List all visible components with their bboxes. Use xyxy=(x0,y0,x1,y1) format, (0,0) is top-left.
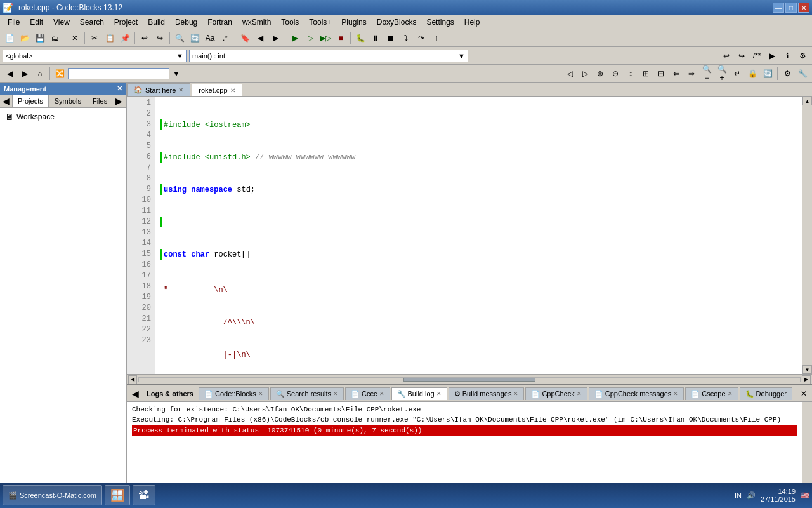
bookmark-next-btn[interactable]: ▶ xyxy=(268,31,282,45)
nav-home-btn[interactable]: ⌂ xyxy=(33,67,47,81)
scroll-up-btn[interactable]: ▲ xyxy=(802,97,812,105)
save-btn[interactable]: 💾 xyxy=(33,31,47,45)
taskbar-screencast[interactable]: 🎬 Screencast-O-Matic.com xyxy=(3,485,102,505)
tab-roket-cpp[interactable]: roket.cpp ✕ xyxy=(192,84,242,96)
scroll-right-btn[interactable]: ▶ xyxy=(802,375,811,384)
search-close[interactable]: ✕ xyxy=(333,391,338,397)
code-editor[interactable]: #include <iostream> #include <unistd.h> … xyxy=(155,97,802,374)
doc-btn[interactable]: /** xyxy=(750,49,764,63)
h-scrollbar[interactable]: ◀ ▶ xyxy=(127,374,812,384)
code-ctrl-btn6[interactable]: ⊞ xyxy=(639,67,653,81)
redo-btn[interactable]: ↪ xyxy=(153,31,167,45)
jump-btn[interactable]: 🔀 xyxy=(53,67,67,81)
copy-btn[interactable]: 📋 xyxy=(103,31,117,45)
cscope-close[interactable]: ✕ xyxy=(728,391,733,397)
match-btn[interactable]: Aa xyxy=(203,31,217,45)
bottom-tab-cppcheck[interactable]: 📄 CppCheck ✕ xyxy=(525,387,587,400)
open-btn[interactable]: 📂 xyxy=(18,31,32,45)
menu-edit[interactable]: Edit xyxy=(25,17,48,28)
step-over-btn[interactable]: ↷ xyxy=(414,31,428,45)
code-ctrl-btn3[interactable]: ⊕ xyxy=(593,67,607,81)
zoom-out-btn[interactable]: 🔍− xyxy=(700,67,714,81)
h-scrollthumb[interactable] xyxy=(403,378,535,382)
menu-doxyblocks[interactable]: DoxyBlocks xyxy=(372,17,422,28)
menu-help[interactable]: Help xyxy=(459,17,485,28)
new-btn[interactable]: 📄 xyxy=(3,31,16,45)
tab-start-here[interactable]: 🏠 Start here ✕ xyxy=(127,83,190,96)
bookmark-btn[interactable]: 🔖 xyxy=(238,31,252,45)
menu-settings[interactable]: Settings xyxy=(421,17,459,28)
cut-btn[interactable]: ✂ xyxy=(88,31,102,45)
sidebar-tab-projects[interactable]: Projects xyxy=(12,95,49,107)
bottom-prev-btn[interactable]: ◀ xyxy=(129,389,141,399)
settings-btn2[interactable]: ⚙ xyxy=(796,49,809,63)
sidebar-tab-files[interactable]: Files xyxy=(87,95,113,107)
workspace-item[interactable]: 🖥 Workspace xyxy=(3,110,124,123)
codeblocks-close[interactable]: ✕ xyxy=(258,391,263,397)
cppcheck-close[interactable]: ✕ xyxy=(577,391,582,397)
tab-start-close[interactable]: ✕ xyxy=(178,86,183,93)
run-btn[interactable]: ▷ xyxy=(303,31,317,45)
debug-btn[interactable]: 🐛 xyxy=(353,31,367,45)
refresh-btn[interactable]: 🔄 xyxy=(761,67,775,81)
debug-stop-btn[interactable]: ⏹ xyxy=(384,31,398,45)
code-ctrl-btn1[interactable]: ◁ xyxy=(563,67,577,81)
menu-wxsmith[interactable]: wxSmith xyxy=(237,17,276,28)
close-btn[interactable]: ✕ xyxy=(68,31,82,45)
menu-build[interactable]: Build xyxy=(143,17,170,28)
tool-btn2[interactable]: 🔧 xyxy=(796,67,809,81)
bookmark-prev-btn[interactable]: ◀ xyxy=(253,31,267,45)
bottom-tab-buildlog[interactable]: 🔧 Build log ✕ xyxy=(391,387,447,400)
code-ctrl-btn9[interactable]: ⇒ xyxy=(684,67,698,81)
menu-view[interactable]: View xyxy=(48,17,75,28)
zoom-in-btn[interactable]: 🔍+ xyxy=(715,67,729,81)
menu-plugins[interactable]: Plugins xyxy=(336,17,371,28)
speaker-icon[interactable]: 🔊 xyxy=(747,491,756,500)
readonly-btn[interactable]: 🔒 xyxy=(745,67,759,81)
paste-btn[interactable]: 📌 xyxy=(118,31,132,45)
find-btn[interactable]: 🔍 xyxy=(173,31,187,45)
wrap-btn[interactable]: ↵ xyxy=(730,67,744,81)
scope-dropdown[interactable]: <global> ▼ xyxy=(3,50,187,62)
undo-btn[interactable]: ↩ xyxy=(138,31,152,45)
step-out-btn[interactable]: ↑ xyxy=(429,31,443,45)
menu-project[interactable]: Project xyxy=(109,17,143,28)
save-all-btn[interactable]: 🗂 xyxy=(48,31,62,45)
pause-btn[interactable]: ⏸ xyxy=(369,31,383,45)
bottom-tab-codeblocks[interactable]: 📄 Code::Blocks ✕ xyxy=(199,387,269,400)
tool-btn1[interactable]: ⚙ xyxy=(780,67,794,81)
scroll-left-btn[interactable]: ◀ xyxy=(128,375,137,384)
menu-fortran[interactable]: Fortran xyxy=(202,17,237,28)
menu-toolsplus[interactable]: Tools+ xyxy=(304,17,336,28)
bottom-tab-buildmsg[interactable]: ⚙ Build messages ✕ xyxy=(449,387,525,400)
taskbar-windows[interactable]: 🪟 xyxy=(105,485,130,505)
stop-btn[interactable]: ■ xyxy=(334,31,348,45)
replace-btn[interactable]: 🔄 xyxy=(188,31,202,45)
code-ctrl-btn8[interactable]: ⇐ xyxy=(669,67,683,81)
nav-next-btn[interactable]: ▶ xyxy=(18,67,32,81)
code-ctrl-btn7[interactable]: ⊟ xyxy=(654,67,668,81)
regex-btn[interactable]: .* xyxy=(218,31,232,45)
nav-btn1[interactable]: ↩ xyxy=(719,49,733,63)
cccc-close[interactable]: ✕ xyxy=(379,391,384,397)
cppcheck-msg-close[interactable]: ✕ xyxy=(673,391,678,397)
nav-prev-btn[interactable]: ◀ xyxy=(3,67,16,81)
sidebar-prev-btn[interactable]: ◀ xyxy=(0,95,12,107)
nav-input[interactable] xyxy=(68,68,169,79)
menu-file[interactable]: File xyxy=(3,17,25,28)
tab-roket-close[interactable]: ✕ xyxy=(230,87,235,94)
bottom-tab-cppcheck-msg[interactable]: 📄 CppCheck messages ✕ xyxy=(589,387,684,400)
build-run-btn[interactable]: ▶▷ xyxy=(318,31,332,45)
sidebar-tab-symbols[interactable]: Symbols xyxy=(49,95,87,107)
bottom-tab-cscope[interactable]: 📄 Cscope ✕ xyxy=(685,387,738,400)
minimize-button[interactable]: — xyxy=(773,3,784,13)
taskbar-media[interactable]: 📽 xyxy=(133,485,155,505)
bottom-tab-debugger[interactable]: 🐛 Debugger xyxy=(740,387,792,400)
bottom-close-btn[interactable]: ✕ xyxy=(798,389,809,398)
close-button[interactable]: ✕ xyxy=(798,3,809,13)
nav-btn2[interactable]: ↪ xyxy=(735,49,749,63)
menu-debug[interactable]: Debug xyxy=(170,17,202,28)
menu-tools[interactable]: Tools xyxy=(276,17,304,28)
code-ctrl-btn5[interactable]: ↕ xyxy=(624,67,638,81)
run-script-btn[interactable]: ▶ xyxy=(765,49,779,63)
